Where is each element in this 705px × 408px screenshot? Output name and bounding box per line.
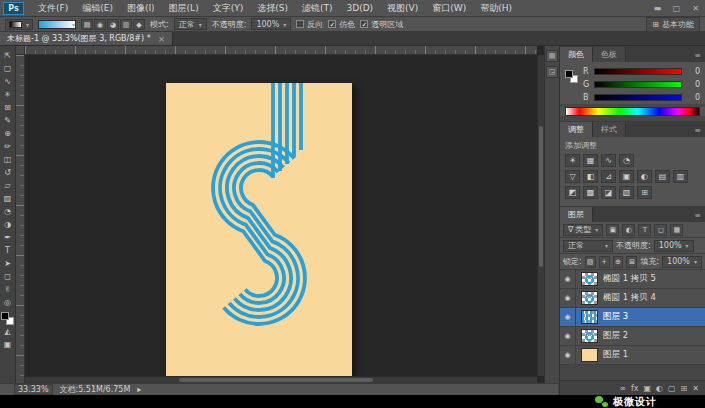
type-tool[interactable]: T: [0, 244, 16, 257]
menu-view[interactable]: 视图(V): [380, 0, 425, 17]
history-panel-icon[interactable]: ▤: [546, 50, 558, 62]
lock-image-pixels-icon[interactable]: +: [599, 256, 610, 268]
reflected-gradient-icon[interactable]: ▥: [120, 19, 132, 30]
filter-adjustment-layers-icon[interactable]: ◐: [622, 224, 635, 236]
menu-window[interactable]: 窗口(W): [425, 0, 473, 17]
layer-style-fx-icon[interactable]: fx: [631, 384, 639, 393]
menu-help[interactable]: 帮助(H): [473, 0, 519, 17]
dither-checkbox[interactable]: ✓ 仿色: [328, 19, 355, 30]
color-lookup-adjustment-icon[interactable]: ▥: [673, 170, 688, 183]
tool-preset-picker[interactable]: ▾: [5, 19, 33, 30]
curves-adjustment-icon[interactable]: ∿: [601, 154, 616, 167]
lock-position-icon[interactable]: ⊕: [613, 256, 624, 268]
layer-row[interactable]: ◉ 椭圆 1 拷贝 4: [560, 289, 705, 308]
diamond-gradient-icon[interactable]: ◆: [133, 19, 145, 30]
layer-row[interactable]: ◉ 图层 1: [560, 346, 705, 365]
filter-type-layers-icon[interactable]: T: [638, 224, 651, 236]
move-tool[interactable]: ⇱: [0, 49, 16, 62]
history-brush-tool[interactable]: ↺: [0, 166, 16, 179]
layer-thumbnail[interactable]: [581, 291, 598, 305]
color-panel-swatches[interactable]: [565, 70, 578, 83]
new-layer-icon[interactable]: ⊞: [681, 384, 688, 393]
lasso-tool[interactable]: ∿: [0, 75, 16, 88]
visibility-eye-icon[interactable]: ◉: [560, 289, 576, 307]
filter-shape-layers-icon[interactable]: ◻: [654, 224, 667, 236]
panel-menu-icon[interactable]: ≡: [690, 211, 705, 222]
mode-select[interactable]: 正常 ▾: [174, 18, 207, 30]
close-button[interactable]: ✕: [686, 0, 705, 17]
menu-file[interactable]: 文件(F): [31, 0, 75, 17]
minimize-button[interactable]: ▬: [648, 0, 667, 17]
filter-smart-object-icon[interactable]: ▦: [670, 224, 683, 236]
color-swatches[interactable]: [1, 312, 14, 325]
new-adjustment-layer-icon[interactable]: ◐: [656, 384, 663, 393]
layer-opacity-select[interactable]: 100% ▾: [654, 240, 694, 252]
invert-adjustment-icon[interactable]: ◩: [565, 186, 580, 199]
fill-select[interactable]: 100% ▾: [662, 256, 702, 268]
blue-slider[interactable]: [594, 94, 682, 101]
tab-color[interactable]: 颜色: [560, 47, 593, 62]
tab-adjustments[interactable]: 调整: [560, 122, 593, 137]
tab-swatches[interactable]: 色板: [593, 47, 626, 62]
panel-menu-icon[interactable]: ≡: [690, 126, 705, 137]
reverse-checkbox[interactable]: 反向: [296, 19, 323, 30]
layer-row[interactable]: ◉ 椭圆 1 拷贝 5: [560, 270, 705, 289]
angle-gradient-icon[interactable]: ◕: [107, 19, 119, 30]
menu-3d[interactable]: 3D(D): [339, 0, 380, 17]
pen-tool[interactable]: ✒: [0, 231, 16, 244]
maximize-button[interactable]: ▢: [667, 0, 686, 17]
layer-thumbnail[interactable]: [581, 272, 598, 286]
zoom-level[interactable]: 33.33%: [14, 384, 53, 395]
add-layer-mask-icon[interactable]: ▣: [643, 384, 651, 393]
delete-layer-icon[interactable]: ✕: [692, 384, 699, 393]
link-layers-icon[interactable]: ∞: [619, 384, 626, 393]
layer-thumbnail[interactable]: [581, 310, 598, 324]
layer-row-selected[interactable]: ◉ 图层 3: [560, 308, 705, 327]
green-slider[interactable]: [594, 81, 682, 88]
menu-type[interactable]: 文字(Y): [206, 0, 251, 17]
layer-thumbnail[interactable]: [581, 348, 598, 362]
layer-filter-select[interactable]: ∇ 类型 ▾: [563, 224, 603, 236]
radial-gradient-icon[interactable]: ◉: [94, 19, 106, 30]
brush-tool[interactable]: ✏: [0, 140, 16, 153]
clone-stamp-tool[interactable]: ◫: [0, 153, 16, 166]
threshold-adjustment-icon[interactable]: ◪: [601, 186, 616, 199]
blend-mode-select[interactable]: 正常 ▾: [563, 240, 613, 252]
foreground-color-swatch[interactable]: [1, 312, 9, 320]
crop-tool[interactable]: ⊞: [0, 101, 16, 114]
levels-adjustment-icon[interactable]: ▦: [583, 154, 598, 167]
exposure-adjustment-icon[interactable]: ◔: [619, 154, 634, 167]
properties-panel-icon[interactable]: ◲: [546, 66, 558, 78]
photo-filter-adjustment-icon[interactable]: ◐: [637, 170, 652, 183]
vibrance-adjustment-icon[interactable]: ▽: [565, 170, 580, 183]
menu-layer[interactable]: 图层(L): [162, 0, 206, 17]
close-icon[interactable]: ×: [158, 34, 166, 44]
path-selection-tool[interactable]: ➤: [0, 257, 16, 270]
zoom-tool[interactable]: ◎: [0, 296, 16, 309]
lock-transparent-pixels-icon[interactable]: ▨: [585, 256, 596, 268]
menu-image[interactable]: 图像(I): [120, 0, 162, 17]
lock-all-icon[interactable]: ⊠: [626, 256, 637, 268]
visibility-eye-icon[interactable]: ◉: [560, 308, 576, 326]
visibility-eye-icon[interactable]: ◉: [560, 346, 576, 364]
hue-saturation-adjustment-icon[interactable]: ◧: [583, 170, 598, 183]
selective-color-adjustment-icon[interactable]: ⊞: [637, 186, 652, 199]
layer-row[interactable]: ◉ 图层 2: [560, 327, 705, 346]
posterize-adjustment-icon[interactable]: ▩: [583, 186, 598, 199]
canvas-area[interactable]: [16, 46, 544, 395]
menu-edit[interactable]: 编辑(E): [75, 0, 120, 17]
eraser-tool[interactable]: ▱: [0, 179, 16, 192]
screen-mode-button[interactable]: ▣: [0, 338, 16, 351]
color-spectrum-ramp[interactable]: [565, 107, 700, 116]
opacity-select[interactable]: 100% ▾: [251, 18, 291, 30]
scrollbar-thumb[interactable]: [539, 126, 543, 267]
tab-layers[interactable]: 图层: [560, 207, 593, 222]
spot-healing-tool[interactable]: ⊕: [0, 127, 16, 140]
brightness-contrast-adjustment-icon[interactable]: ☀: [565, 154, 580, 167]
document-tab[interactable]: 未标题-1 @ 33.3%(图层 3, RGB/8#) * ×: [0, 32, 173, 45]
foreground-color-swatch[interactable]: [565, 70, 573, 78]
tab-styles[interactable]: 样式: [593, 122, 626, 137]
transparency-checkbox[interactable]: ✓ 透明区域: [360, 19, 403, 30]
blur-tool[interactable]: ◔: [0, 205, 16, 218]
hand-tool[interactable]: ✌: [0, 283, 16, 296]
